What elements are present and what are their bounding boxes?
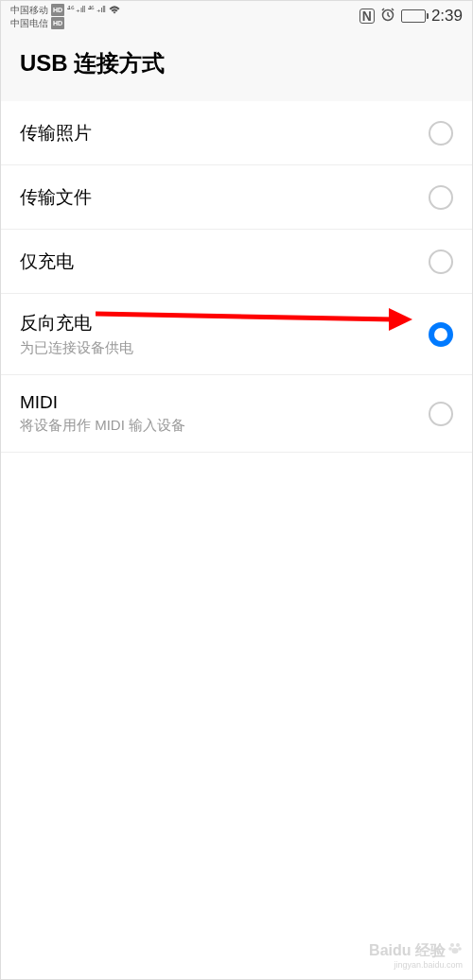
- signal-1: ⁴⁶ ₊ıll: [67, 4, 85, 16]
- status-time: 2:39: [431, 7, 463, 26]
- wifi-icon: [108, 4, 121, 17]
- option-label: 仅充电: [20, 249, 74, 274]
- carrier-2: 中国电信: [10, 17, 48, 29]
- svg-point-6: [458, 947, 462, 951]
- svg-point-7: [452, 948, 459, 954]
- nfc-icon: N: [359, 9, 375, 24]
- usb-options-list: 传输照片 传输文件 仅充电 反向充电 为已连接设备供电 MIDI 将设备用作 M…: [1, 101, 472, 453]
- radio-unchecked[interactable]: [429, 249, 453, 274]
- page-title: USB 连接方式: [20, 48, 453, 78]
- option-label: MIDI: [20, 392, 185, 413]
- option-charge-only[interactable]: 仅充电: [1, 230, 472, 294]
- option-midi[interactable]: MIDI 将设备用作 MIDI 输入设备: [1, 375, 472, 453]
- svg-point-4: [456, 943, 460, 947]
- radio-checked[interactable]: [429, 322, 453, 347]
- option-transfer-files[interactable]: 传输文件: [1, 165, 472, 230]
- option-reverse-charge[interactable]: 反向充电 为已连接设备供电: [1, 294, 472, 375]
- alarm-icon: [380, 7, 395, 26]
- option-subtitle: 为已连接设备供电: [20, 339, 133, 357]
- watermark-brand: Baidu 经验: [369, 944, 446, 957]
- option-transfer-photos[interactable]: 传输照片: [1, 101, 472, 165]
- option-subtitle: 将设备用作 MIDI 输入设备: [20, 417, 185, 435]
- hd-badge-1: HD: [51, 4, 64, 16]
- paw-icon: [447, 940, 463, 958]
- status-carriers: 中国移动 HD ⁴⁶ ₊ıll ⁴⁶ ₊ıll 中国电信 HD: [10, 4, 121, 29]
- option-label: 反向充电: [20, 311, 133, 335]
- hd-badge-2: HD: [51, 17, 64, 29]
- radio-unchecked[interactable]: [429, 121, 453, 146]
- svg-point-5: [448, 947, 452, 951]
- option-label: 传输照片: [20, 121, 92, 146]
- radio-unchecked[interactable]: [429, 402, 453, 426]
- battery-icon: [401, 9, 426, 23]
- svg-point-3: [450, 943, 454, 947]
- status-right: N 2:39: [359, 7, 463, 26]
- option-label: 传输文件: [20, 185, 92, 210]
- watermark-url: jingyan.baidu.com: [369, 958, 463, 971]
- page-header: USB 连接方式: [1, 31, 472, 101]
- radio-unchecked[interactable]: [429, 185, 453, 210]
- status-bar: 中国移动 HD ⁴⁶ ₊ıll ⁴⁶ ₊ıll 中国电信 HD N 2:39: [1, 1, 472, 31]
- signal-2: ⁴⁶ ₊ıll: [88, 4, 106, 16]
- watermark: Baidu 经验 jingyan.baidu.com: [369, 940, 463, 971]
- carrier-1: 中国移动: [10, 4, 48, 16]
